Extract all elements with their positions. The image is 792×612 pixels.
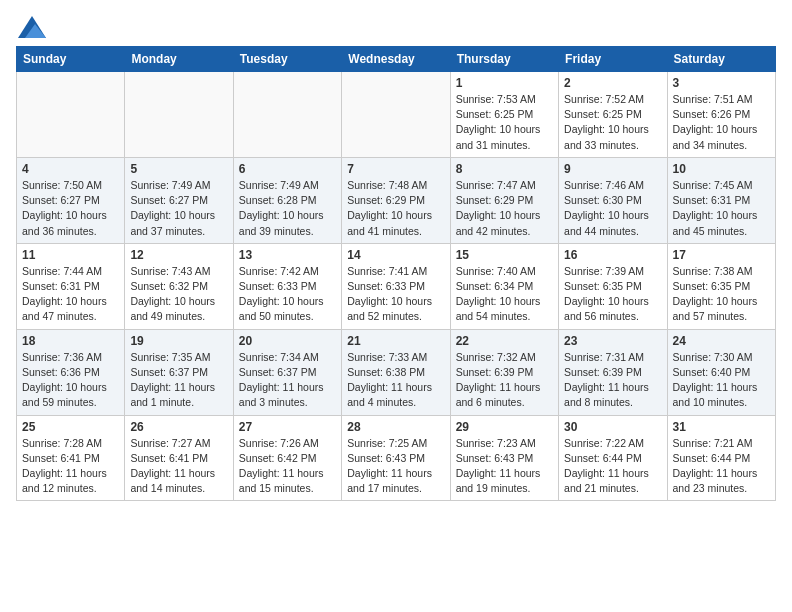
day-info: Sunrise: 7:46 AMSunset: 6:30 PMDaylight:… [564, 178, 661, 239]
day-info: Sunrise: 7:21 AMSunset: 6:44 PMDaylight:… [673, 436, 770, 497]
logo-icon [18, 16, 46, 38]
logo [16, 16, 46, 38]
day-info: Sunrise: 7:45 AMSunset: 6:31 PMDaylight:… [673, 178, 770, 239]
day-number: 28 [347, 420, 444, 434]
weekday-header-friday: Friday [559, 47, 667, 72]
calendar-cell: 30Sunrise: 7:22 AMSunset: 6:44 PMDayligh… [559, 415, 667, 501]
calendar-cell: 3Sunrise: 7:51 AMSunset: 6:26 PMDaylight… [667, 72, 775, 158]
calendar-cell: 10Sunrise: 7:45 AMSunset: 6:31 PMDayligh… [667, 157, 775, 243]
calendar-cell: 20Sunrise: 7:34 AMSunset: 6:37 PMDayligh… [233, 329, 341, 415]
calendar-cell: 19Sunrise: 7:35 AMSunset: 6:37 PMDayligh… [125, 329, 233, 415]
day-number: 11 [22, 248, 119, 262]
calendar-header-row: SundayMondayTuesdayWednesdayThursdayFrid… [17, 47, 776, 72]
calendar-cell: 17Sunrise: 7:38 AMSunset: 6:35 PMDayligh… [667, 243, 775, 329]
day-info: Sunrise: 7:41 AMSunset: 6:33 PMDaylight:… [347, 264, 444, 325]
day-info: Sunrise: 7:51 AMSunset: 6:26 PMDaylight:… [673, 92, 770, 153]
calendar-cell: 18Sunrise: 7:36 AMSunset: 6:36 PMDayligh… [17, 329, 125, 415]
day-number: 13 [239, 248, 336, 262]
calendar-cell: 7Sunrise: 7:48 AMSunset: 6:29 PMDaylight… [342, 157, 450, 243]
calendar-week-1: 1Sunrise: 7:53 AMSunset: 6:25 PMDaylight… [17, 72, 776, 158]
day-info: Sunrise: 7:23 AMSunset: 6:43 PMDaylight:… [456, 436, 553, 497]
calendar-cell: 26Sunrise: 7:27 AMSunset: 6:41 PMDayligh… [125, 415, 233, 501]
calendar-cell: 16Sunrise: 7:39 AMSunset: 6:35 PMDayligh… [559, 243, 667, 329]
day-number: 6 [239, 162, 336, 176]
calendar-cell: 9Sunrise: 7:46 AMSunset: 6:30 PMDaylight… [559, 157, 667, 243]
calendar-cell: 8Sunrise: 7:47 AMSunset: 6:29 PMDaylight… [450, 157, 558, 243]
day-number: 16 [564, 248, 661, 262]
day-number: 15 [456, 248, 553, 262]
day-number: 14 [347, 248, 444, 262]
calendar-week-3: 11Sunrise: 7:44 AMSunset: 6:31 PMDayligh… [17, 243, 776, 329]
calendar-week-5: 25Sunrise: 7:28 AMSunset: 6:41 PMDayligh… [17, 415, 776, 501]
weekday-header-thursday: Thursday [450, 47, 558, 72]
day-number: 4 [22, 162, 119, 176]
day-number: 24 [673, 334, 770, 348]
calendar-cell: 21Sunrise: 7:33 AMSunset: 6:38 PMDayligh… [342, 329, 450, 415]
day-info: Sunrise: 7:49 AMSunset: 6:28 PMDaylight:… [239, 178, 336, 239]
day-number: 2 [564, 76, 661, 90]
calendar-cell: 13Sunrise: 7:42 AMSunset: 6:33 PMDayligh… [233, 243, 341, 329]
calendar-cell: 12Sunrise: 7:43 AMSunset: 6:32 PMDayligh… [125, 243, 233, 329]
day-info: Sunrise: 7:40 AMSunset: 6:34 PMDaylight:… [456, 264, 553, 325]
day-number: 29 [456, 420, 553, 434]
day-info: Sunrise: 7:50 AMSunset: 6:27 PMDaylight:… [22, 178, 119, 239]
calendar-cell: 5Sunrise: 7:49 AMSunset: 6:27 PMDaylight… [125, 157, 233, 243]
day-info: Sunrise: 7:34 AMSunset: 6:37 PMDaylight:… [239, 350, 336, 411]
day-number: 7 [347, 162, 444, 176]
calendar-cell [125, 72, 233, 158]
day-info: Sunrise: 7:27 AMSunset: 6:41 PMDaylight:… [130, 436, 227, 497]
calendar-cell [342, 72, 450, 158]
page-header [16, 16, 776, 38]
weekday-header-tuesday: Tuesday [233, 47, 341, 72]
day-info: Sunrise: 7:53 AMSunset: 6:25 PMDaylight:… [456, 92, 553, 153]
day-number: 26 [130, 420, 227, 434]
calendar-cell: 31Sunrise: 7:21 AMSunset: 6:44 PMDayligh… [667, 415, 775, 501]
day-info: Sunrise: 7:42 AMSunset: 6:33 PMDaylight:… [239, 264, 336, 325]
calendar-cell: 25Sunrise: 7:28 AMSunset: 6:41 PMDayligh… [17, 415, 125, 501]
day-info: Sunrise: 7:49 AMSunset: 6:27 PMDaylight:… [130, 178, 227, 239]
day-number: 3 [673, 76, 770, 90]
day-info: Sunrise: 7:31 AMSunset: 6:39 PMDaylight:… [564, 350, 661, 411]
weekday-header-sunday: Sunday [17, 47, 125, 72]
calendar-cell: 24Sunrise: 7:30 AMSunset: 6:40 PMDayligh… [667, 329, 775, 415]
calendar-cell: 28Sunrise: 7:25 AMSunset: 6:43 PMDayligh… [342, 415, 450, 501]
weekday-header-monday: Monday [125, 47, 233, 72]
day-info: Sunrise: 7:33 AMSunset: 6:38 PMDaylight:… [347, 350, 444, 411]
day-number: 21 [347, 334, 444, 348]
day-number: 25 [22, 420, 119, 434]
calendar-cell: 22Sunrise: 7:32 AMSunset: 6:39 PMDayligh… [450, 329, 558, 415]
calendar-cell: 15Sunrise: 7:40 AMSunset: 6:34 PMDayligh… [450, 243, 558, 329]
weekday-header-wednesday: Wednesday [342, 47, 450, 72]
day-info: Sunrise: 7:47 AMSunset: 6:29 PMDaylight:… [456, 178, 553, 239]
day-info: Sunrise: 7:22 AMSunset: 6:44 PMDaylight:… [564, 436, 661, 497]
day-info: Sunrise: 7:44 AMSunset: 6:31 PMDaylight:… [22, 264, 119, 325]
day-number: 19 [130, 334, 227, 348]
calendar-cell: 11Sunrise: 7:44 AMSunset: 6:31 PMDayligh… [17, 243, 125, 329]
day-info: Sunrise: 7:38 AMSunset: 6:35 PMDaylight:… [673, 264, 770, 325]
calendar-week-2: 4Sunrise: 7:50 AMSunset: 6:27 PMDaylight… [17, 157, 776, 243]
day-info: Sunrise: 7:48 AMSunset: 6:29 PMDaylight:… [347, 178, 444, 239]
day-info: Sunrise: 7:52 AMSunset: 6:25 PMDaylight:… [564, 92, 661, 153]
day-info: Sunrise: 7:25 AMSunset: 6:43 PMDaylight:… [347, 436, 444, 497]
day-info: Sunrise: 7:43 AMSunset: 6:32 PMDaylight:… [130, 264, 227, 325]
calendar-cell: 14Sunrise: 7:41 AMSunset: 6:33 PMDayligh… [342, 243, 450, 329]
calendar-cell: 1Sunrise: 7:53 AMSunset: 6:25 PMDaylight… [450, 72, 558, 158]
weekday-header-saturday: Saturday [667, 47, 775, 72]
day-number: 31 [673, 420, 770, 434]
day-number: 22 [456, 334, 553, 348]
day-info: Sunrise: 7:35 AMSunset: 6:37 PMDaylight:… [130, 350, 227, 411]
calendar-cell [17, 72, 125, 158]
day-info: Sunrise: 7:32 AMSunset: 6:39 PMDaylight:… [456, 350, 553, 411]
day-info: Sunrise: 7:26 AMSunset: 6:42 PMDaylight:… [239, 436, 336, 497]
day-number: 10 [673, 162, 770, 176]
calendar-table: SundayMondayTuesdayWednesdayThursdayFrid… [16, 46, 776, 501]
calendar-cell [233, 72, 341, 158]
day-number: 30 [564, 420, 661, 434]
calendar-cell: 27Sunrise: 7:26 AMSunset: 6:42 PMDayligh… [233, 415, 341, 501]
calendar-cell: 29Sunrise: 7:23 AMSunset: 6:43 PMDayligh… [450, 415, 558, 501]
day-number: 9 [564, 162, 661, 176]
day-info: Sunrise: 7:36 AMSunset: 6:36 PMDaylight:… [22, 350, 119, 411]
day-number: 20 [239, 334, 336, 348]
calendar-week-4: 18Sunrise: 7:36 AMSunset: 6:36 PMDayligh… [17, 329, 776, 415]
day-number: 5 [130, 162, 227, 176]
